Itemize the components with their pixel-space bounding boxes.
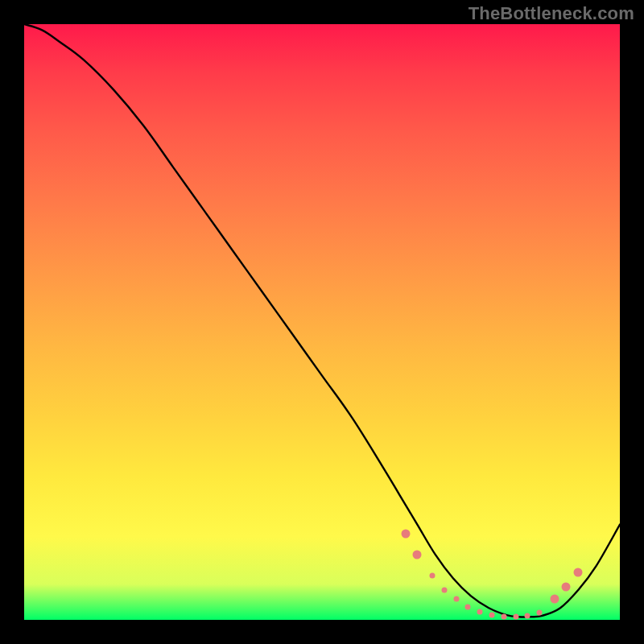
data-marker xyxy=(537,610,543,616)
data-marker xyxy=(465,604,471,609)
chart-area xyxy=(24,24,620,620)
data-marker xyxy=(441,588,447,593)
data-marker xyxy=(501,614,506,620)
data-marker xyxy=(525,613,530,618)
data-marker xyxy=(513,614,518,620)
data-marker xyxy=(562,583,571,592)
markers-layer xyxy=(24,24,620,620)
data-marker xyxy=(477,609,483,615)
data-marker xyxy=(550,595,559,604)
data-marker xyxy=(413,550,422,559)
data-marker xyxy=(429,572,435,578)
watermark: TheBottleneck.com xyxy=(469,3,634,24)
data-marker xyxy=(401,529,410,538)
data-marker xyxy=(453,597,459,602)
data-marker xyxy=(489,613,494,618)
data-marker xyxy=(574,568,583,576)
